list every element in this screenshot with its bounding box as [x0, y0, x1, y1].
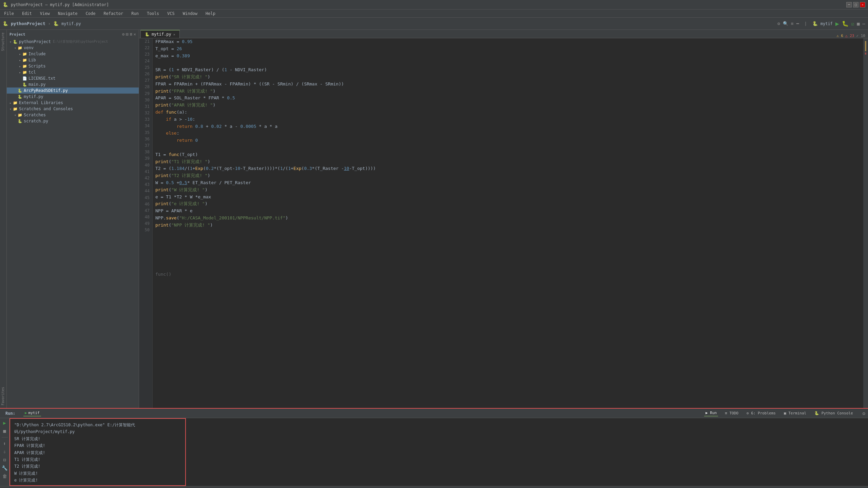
tree-item-license[interactable]: 📄 LICENSE.txt — [7, 75, 139, 81]
tab-problems[interactable]: ⊙ 6: Problems — [745, 410, 777, 416]
toolbar: 🐍 pythonProject › 🐍 mytif.py ⚙ 🔍 ≡ ━ | 🐍… — [0, 18, 868, 30]
output-line-5: T2 计算完成! — [14, 463, 181, 470]
tree-item-include[interactable]: ▸ 📁 Include — [7, 51, 139, 57]
tree-item-scratch-py[interactable]: 🐍 scratch.py — [7, 118, 139, 124]
menu-code[interactable]: Code — [84, 11, 97, 17]
editor-tabs: 🐍 mytif.py ✕ ⚠ 6 △ 23 ✓ 10 — [139, 30, 868, 38]
panel-settings-icon[interactable]: ⚙ — [863, 411, 865, 416]
tab-run[interactable]: ▶ mytif — [23, 410, 41, 416]
tab-run-main[interactable]: ▶ Run — [704, 410, 718, 416]
line-numbers: 2122232425 2627282930 3132333435 3637383… — [139, 38, 153, 408]
search-icon[interactable]: 🔍 — [783, 21, 788, 26]
gear-icon[interactable]: ≡ — [791, 21, 794, 26]
menu-tools[interactable]: Tools — [146, 11, 160, 17]
project-label: Project — [9, 32, 25, 37]
menu-view[interactable]: View — [39, 11, 51, 17]
warning-count: ⚠ 6 — [836, 34, 843, 38]
menu-navigate[interactable]: Navigate — [57, 11, 79, 17]
menu-run[interactable]: Run — [130, 11, 140, 17]
run-label: Run: — [3, 411, 18, 416]
coverage-button[interactable]: ☑ — [851, 21, 854, 26]
sidebar-collapse-icon[interactable]: ⊟ — [126, 32, 128, 37]
branch-name: mytif.py — [61, 21, 81, 26]
trash-button[interactable]: 🗑 — [1, 473, 8, 480]
tree-item-venv[interactable]: ▾ 📁 venv — [7, 45, 139, 51]
tree-item-tcl[interactable]: ▸ 📁 tcl — [7, 69, 139, 75]
menu-edit[interactable]: Edit — [21, 11, 33, 17]
tab-close-icon[interactable]: ✕ — [173, 33, 175, 36]
scroll-up-button[interactable]: ⬆ — [1, 440, 8, 447]
menu-file[interactable]: File — [3, 11, 15, 17]
output-line-3: APAR 计算完成! — [14, 449, 181, 456]
sidebar-gear-icon[interactable]: ≡ — [130, 32, 132, 37]
output-line-0: "D:\Python 2.7\ArcGIS10.2\python.exe" E:… — [14, 422, 181, 435]
editor-wrapper: 2122232425 2627282930 3132333435 3637383… — [139, 38, 868, 408]
close-button[interactable]: ✕ — [860, 2, 865, 7]
tree-item-lib[interactable]: ▸ 📁 Lib — [7, 57, 139, 63]
output-line-8: NPP 计算完成! — [14, 484, 181, 486]
bottom-panel: Run: ▶ mytif ▶ Run ≡ TODO ⊙ 6: Problems … — [0, 408, 868, 486]
run-sidebar: ▶ ■ ⬆ ⇩ ⊟ 🔧 🗑 — [0, 418, 9, 486]
favorites-tab[interactable]: Favorites — [0, 384, 6, 408]
run-button[interactable]: ▶ — [835, 20, 839, 27]
project-name: pythonProject — [11, 21, 45, 26]
output-line-6: W 计算完成! — [14, 470, 181, 477]
debug-button[interactable]: 🐛 — [842, 20, 849, 27]
sidebar: Project ⚙ ⊟ ≡ ✕ ▾ 🐍 pythonProject E:\计算智… — [7, 30, 139, 408]
output-line-2: FPAR 计算完成! — [14, 442, 181, 449]
stop-button[interactable]: ■ — [857, 21, 860, 26]
output-line-7: e 计算完成! — [14, 477, 181, 484]
more-button[interactable]: ⋯ — [863, 21, 865, 26]
editor-container: 🐍 mytif.py ✕ ⚠ 6 △ 23 ✓ 10 2122232425 26… — [139, 30, 868, 408]
scratches-label: Scratches — [24, 113, 46, 117]
maximize-button[interactable]: □ — [853, 2, 859, 7]
output-line-4: T1 计算完成! — [14, 456, 181, 463]
run-output: "D:\Python 2.7\ArcGIS10.2\python.exe" E:… — [9, 418, 186, 486]
sidebar-header: Project ⚙ ⊟ ≡ ✕ — [7, 30, 139, 39]
bottom-tab-bar: Run: ▶ mytif ▶ Run ≡ TODO ⊙ 6: Problems … — [0, 409, 868, 418]
sidebar-close-icon[interactable]: ✕ — [134, 32, 136, 37]
menu-bar: File Edit View Navigate Code Refactor Ru… — [0, 9, 868, 18]
code-editor[interactable]: FPARmax = 0.95 T_opt = 26 e_max = 0.389 … — [153, 38, 863, 408]
status-bar: ⚠ PEP 8: E302 expected 2 blank lines, fo… — [0, 486, 868, 488]
vertical-tabs: Structure Favorites — [0, 30, 7, 408]
tree-item-arcpy[interactable]: 🐍 ArcPyReadSDEtif.py — [7, 87, 139, 94]
run-panel-content: ▶ ■ ⬆ ⇩ ⊟ 🔧 🗑 "D:\Python 2.7\ArcGIS10.2\… — [0, 418, 868, 486]
run-config-name: mytif — [821, 21, 833, 26]
scroll-end-button[interactable]: ⇩ — [1, 448, 8, 455]
scroll-indicators — [863, 38, 868, 408]
wrench-icon[interactable]: 🔧 — [1, 465, 8, 471]
tab-todo[interactable]: ≡ TODO — [724, 410, 740, 416]
tree-item-scripts[interactable]: ▸ 📁 Scripts — [7, 63, 139, 69]
title-bar: 🐍 pythonProject – mytif.py [Administrato… — [0, 0, 868, 9]
minus-icon[interactable]: ━ — [796, 21, 799, 26]
settings-icon[interactable]: ⚙ — [777, 21, 780, 26]
menu-vcs[interactable]: VCS — [166, 11, 176, 17]
menu-refactor[interactable]: Refactor — [102, 11, 124, 17]
sidebar-settings-icon[interactable]: ⚙ — [122, 32, 124, 37]
structure-tab[interactable]: Structure — [0, 30, 6, 54]
menu-window[interactable]: Window — [181, 11, 199, 17]
stop-run-button[interactable]: ■ — [1, 428, 8, 434]
output-line-1: SR 计算完成! — [14, 435, 181, 442]
editor-tab-label: mytif.py — [152, 32, 171, 37]
tree-item-main[interactable]: 🐍 main.py — [7, 81, 139, 87]
info-count: ✓ 10 — [856, 34, 866, 38]
tree-item-scratches-consoles[interactable]: ▾ 📁 Scratches and Consoles — [7, 106, 139, 112]
tree-item-external[interactable]: ▸ 📁 External Libraries — [7, 100, 139, 106]
filter-button[interactable]: ⊟ — [1, 456, 8, 463]
tab-python-console[interactable]: 🐍 Python Console — [813, 410, 854, 416]
tab-terminal[interactable]: ▣ Terminal — [783, 410, 808, 416]
editor-tab-mytif[interactable]: 🐍 mytif.py ✕ — [140, 30, 180, 38]
tree-item-pythonproject[interactable]: ▾ 🐍 pythonProject E:\计算智能代码\pythonProjec… — [7, 39, 139, 45]
scratches-consoles-label: Scratches and Consoles — [19, 106, 73, 111]
tree-item-scratches[interactable]: ▾ 📁 Scratches — [7, 112, 139, 118]
bottom-line: func() — [155, 271, 861, 278]
rerun-button[interactable]: ▶ — [1, 419, 8, 426]
tree-item-mytif[interactable]: 🐍 mytif.py — [7, 94, 139, 100]
menu-help[interactable]: Help — [204, 11, 217, 17]
error-count: △ 23 — [845, 34, 854, 38]
title-text: pythonProject – mytif.py [Administrator] — [11, 2, 109, 7]
minimize-button[interactable]: ─ — [846, 2, 852, 7]
